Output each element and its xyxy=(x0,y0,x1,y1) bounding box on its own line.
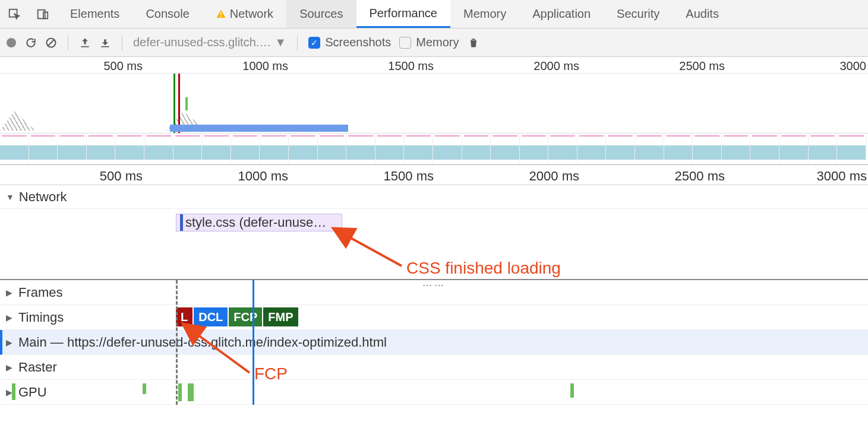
overview-activity xyxy=(0,74,868,133)
svg-rect-8 xyxy=(81,46,89,47)
separator xyxy=(297,35,298,50)
expand-icon: ▶ xyxy=(6,338,12,347)
gpu-mark xyxy=(12,383,15,400)
thumbnail[interactable] xyxy=(115,134,144,163)
main-ruler: 500 ms 1000 ms 1500 ms 2000 ms 2500 ms 3… xyxy=(0,165,868,185)
inspect-icon[interactable] xyxy=(0,0,29,28)
devtools-tabstrip: Elements Console Network Sources Perform… xyxy=(0,0,868,28)
thumbnail[interactable] xyxy=(202,134,231,163)
ruler-tick: 500 ms xyxy=(103,59,143,73)
thumbnail[interactable] xyxy=(664,134,693,163)
checkbox-label: Screenshots xyxy=(325,36,391,49)
thumbnail[interactable] xyxy=(375,134,405,163)
section-gpu[interactable]: ▶ GPU xyxy=(0,380,868,405)
thumbnail[interactable] xyxy=(577,134,607,163)
overview-marker-red xyxy=(178,74,180,133)
svg-point-5 xyxy=(7,38,16,47)
thumbnail[interactable] xyxy=(404,134,433,163)
tab-application[interactable]: Application xyxy=(519,0,604,28)
reload-icon[interactable] xyxy=(25,37,37,49)
thumbnail[interactable] xyxy=(693,134,722,163)
tab-sources[interactable]: Sources xyxy=(286,0,356,28)
request-lead-marker xyxy=(180,214,183,231)
tab-console[interactable]: Console xyxy=(132,0,202,28)
section-network-header[interactable]: ▼ Network xyxy=(0,185,868,209)
separator xyxy=(122,35,122,50)
tab-audits[interactable]: Audits xyxy=(673,0,732,28)
tab-elements[interactable]: Elements xyxy=(57,0,132,28)
section-raster[interactable]: ▶ Raster xyxy=(0,355,868,380)
memory-checkbox[interactable]: Memory xyxy=(399,36,459,49)
svg-rect-3 xyxy=(220,12,222,15)
recording-dropdown[interactable]: defer-unused-css.glitch.… ▼ xyxy=(133,36,286,49)
thumbnail[interactable] xyxy=(433,134,462,163)
request-label: style.css (defer-unuse… xyxy=(185,215,326,230)
clear-icon[interactable] xyxy=(45,37,57,49)
screenshots-checkbox[interactable]: ✓ Screenshots xyxy=(308,36,391,49)
flame-lanes: ⋯⋯ ▶ Frames ▶ Timings L DCL FCP FMP ▶ Ma… xyxy=(0,280,868,405)
thumbnail[interactable] xyxy=(491,134,520,163)
thumbnail[interactable] xyxy=(0,134,29,163)
overview-marker-green xyxy=(173,74,175,133)
trash-icon[interactable] xyxy=(468,36,479,49)
thumbnail[interactable] xyxy=(87,134,116,163)
thumbnail[interactable] xyxy=(289,134,318,163)
thumbnail[interactable] xyxy=(231,134,260,163)
timing-badge-FCP[interactable]: FCP xyxy=(229,307,262,326)
thumbnail[interactable] xyxy=(173,134,203,163)
device-toggle-icon[interactable] xyxy=(29,0,57,28)
tab-network[interactable]: Network xyxy=(203,0,286,28)
gpu-marks xyxy=(0,380,868,404)
upload-icon[interactable] xyxy=(79,37,91,49)
tab-memory[interactable]: Memory xyxy=(450,0,519,28)
network-request-block[interactable]: style.css (defer-unuse… xyxy=(176,214,342,231)
warning-icon xyxy=(216,9,226,20)
checkbox-icon xyxy=(399,37,411,49)
activity-spike xyxy=(0,109,36,131)
thumbnail[interactable] xyxy=(779,134,809,163)
expand-icon: ▶ xyxy=(6,363,12,372)
thumbnail[interactable] xyxy=(260,134,289,163)
thumbnail[interactable] xyxy=(520,134,549,163)
thumbnail[interactable] xyxy=(346,134,375,163)
overview-tick xyxy=(185,97,188,110)
overview-panel[interactable]: 500 ms 1000 ms 1500 ms 2000 ms 2500 ms 3… xyxy=(0,57,868,165)
thumbnail[interactable] xyxy=(837,134,866,163)
tab-performance[interactable]: Performance xyxy=(356,0,451,28)
ruler-tick: 1500 ms xyxy=(388,59,434,73)
overview-selection[interactable] xyxy=(170,125,348,132)
download-icon[interactable] xyxy=(99,37,111,49)
thumbnail[interactable] xyxy=(29,134,58,163)
record-icon[interactable] xyxy=(6,37,17,48)
playhead-blue[interactable] xyxy=(252,280,254,405)
timing-badge-DCL[interactable]: DCL xyxy=(194,307,228,326)
expand-icon: ▶ xyxy=(6,288,12,297)
tab-label: Performance xyxy=(370,7,438,20)
ruler-tick: 1000 ms xyxy=(238,169,288,184)
svg-rect-9 xyxy=(101,46,109,47)
ruler-tick: 1000 ms xyxy=(242,59,288,73)
expand-icon: ▶ xyxy=(6,313,12,322)
thumbnail[interactable] xyxy=(318,134,347,163)
section-main[interactable]: ▶ Main — https://defer-unused-css.glitch… xyxy=(0,330,868,355)
tab-security[interactable]: Security xyxy=(604,0,673,28)
thumbnail[interactable] xyxy=(144,134,173,163)
tab-label: Audits xyxy=(686,7,719,21)
timing-badge-FMP[interactable]: FMP xyxy=(263,307,298,326)
thumbnail[interactable] xyxy=(548,134,577,163)
thumbnail[interactable] xyxy=(58,134,87,163)
overview-ruler: 500 ms 1000 ms 1500 ms 2000 ms 2500 ms 3… xyxy=(0,57,868,74)
thumbnail[interactable] xyxy=(750,134,779,163)
thumbnail[interactable] xyxy=(606,134,635,163)
thumbnail[interactable] xyxy=(722,134,751,163)
tab-label: Network xyxy=(230,7,273,21)
thumbnail[interactable] xyxy=(809,134,838,163)
timing-badge-L[interactable]: L xyxy=(176,307,192,326)
thumbnail[interactable] xyxy=(635,134,664,163)
section-timings[interactable]: ▶ Timings L DCL FCP FMP xyxy=(0,305,868,330)
resize-grip-icon[interactable]: ⋯⋯ xyxy=(422,280,446,291)
ruler-tick: 3000 ms xyxy=(817,169,867,184)
thumbnail[interactable] xyxy=(462,134,491,163)
dropdown-label: defer-unused-css.glitch.… xyxy=(133,36,271,49)
ruler-tick: 2000 ms xyxy=(529,169,579,184)
